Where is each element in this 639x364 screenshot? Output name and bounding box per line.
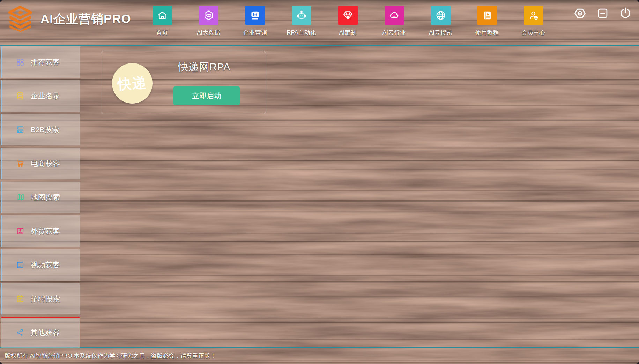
sidebar-item-foreign-trade[interactable]: 外贸获客 [1,215,80,247]
bigdata-hexagon-icon [203,9,215,21]
rpa-card: 快递 快递网RPA 立即启动 [101,51,266,114]
badge-text: 快递 [117,73,148,94]
member-check-icon [528,9,540,21]
database-icon [16,91,25,100]
home-icon [156,9,168,21]
grid-blocks-icon [16,58,25,67]
sidebar: 推荐获客 企业名录 B2B搜索 电 [1,46,80,351]
header-bar: AI企业营销PRO 首页 AI大数据 [0,0,639,41]
rpa-tile [292,6,311,25]
inbox-arrow-icon [16,227,25,236]
tutorial-book-icon [481,9,493,21]
nav-item-ai-custom[interactable]: AI定制 [325,3,371,37]
member-tile [524,6,543,25]
app-title: AI企业营销PRO [40,11,131,27]
app-logo: AI企业营销PRO [6,6,131,32]
sidebar-item-b2b-search[interactable]: B2B搜索 [1,114,80,145]
sidebar-item-directory[interactable]: 企业名录 [1,80,80,112]
robot-icon [296,9,307,21]
share-nodes-icon [15,328,24,337]
nav-item-home[interactable]: 首页 [139,3,185,37]
sidebar-item-label: 电商获客 [31,159,60,168]
wood-texture-background [0,0,639,364]
sidebar-item-label: 视频获客 [31,260,60,270]
sidebar-item-map-search[interactable]: 地图搜索 [1,182,80,213]
globe-icon [435,9,447,21]
power-icon [618,6,632,20]
sidebar-item-label: 地图搜索 [31,192,60,202]
nav-item-ai-cloud-industry[interactable]: AI云行业 [371,3,417,37]
nav-label: 企业营销 [243,29,267,37]
home-tile [153,6,172,25]
nav-label: AI大数据 [197,29,220,37]
nav-item-ai-cloud-search[interactable]: AI云搜索 [417,3,464,37]
nav-label: RPA自动化 [287,29,316,37]
footer-bar: 版权所有:AI智能营销PRO 本系统仅作为学习研究之用，盗版必究，请尊重正版！ [0,348,639,364]
custom-tile [338,6,358,25]
app-window: AI企业营销PRO 首页 AI大数据 [0,0,639,364]
nav-item-rpa-automation[interactable]: RPA自动化 [278,3,325,37]
gear-icon [573,6,587,21]
top-navigation: 首页 AI大数据 [139,3,557,37]
clipboard-icon [16,294,25,303]
nav-item-tutorial[interactable]: 使用教程 [464,3,510,37]
sidebar-item-ecommerce[interactable]: 电商获客 [1,148,80,179]
video-frame-icon [16,260,25,270]
diamond-icon [342,9,354,21]
nav-label: AI云搜索 [429,29,452,37]
cart-icon [16,159,25,168]
marketing-board-icon [249,9,261,21]
settings-button[interactable] [573,6,587,21]
sidebar-item-recruit-search[interactable]: 招聘搜索 [1,283,80,314]
header-separator-line [0,45,639,46]
server-icon [16,125,25,134]
bigdata-tile [199,6,218,25]
cloud-search-tile [431,6,451,25]
layers-logo-icon [6,6,35,32]
nav-label: AI定制 [339,29,356,37]
cloud-industry-tile [385,6,404,25]
window-controls [573,6,633,21]
sidebar-item-recommend[interactable]: 推荐获客 [1,46,80,78]
minimize-button[interactable] [595,6,610,21]
card-title: 快递网RPA [178,60,230,74]
nav-label: 首页 [156,29,168,37]
express-badge: 快递 [112,63,153,104]
nav-label: 会员中心 [522,29,545,37]
sidebar-item-label: 推荐获客 [31,57,60,67]
minimize-icon [596,7,609,20]
sidebar-item-label: 外贸获客 [31,226,60,236]
nav-item-member-center[interactable]: 会员中心 [510,3,557,37]
copyright-text: 版权所有:AI智能营销PRO 本系统仅作为学习研究之用，盗版必究，请尊重正版！ [5,352,216,360]
map-icon [16,193,25,202]
nav-label: 使用教程 [475,29,499,37]
sidebar-item-label: B2B搜索 [31,125,59,135]
sidebar-item-label: 其他获客 [30,328,60,338]
launch-button[interactable]: 立即启动 [173,86,240,105]
nav-label: AI云行业 [382,29,406,37]
sidebar-item-video[interactable]: 视频获客 [1,249,80,281]
sidebar-item-label: 招聘搜索 [31,294,60,304]
marketing-tile [245,6,265,25]
sidebar-item-other-active[interactable]: 其他获客 [1,317,80,348]
nav-item-ai-bigdata[interactable]: AI大数据 [185,3,232,37]
sidebar-item-label: 企业名录 [31,91,60,101]
nav-item-enterprise-marketing[interactable]: 企业营销 [232,3,278,37]
power-button[interactable] [618,6,633,21]
tutorial-tile [477,6,497,25]
cloud-icon [388,9,400,21]
